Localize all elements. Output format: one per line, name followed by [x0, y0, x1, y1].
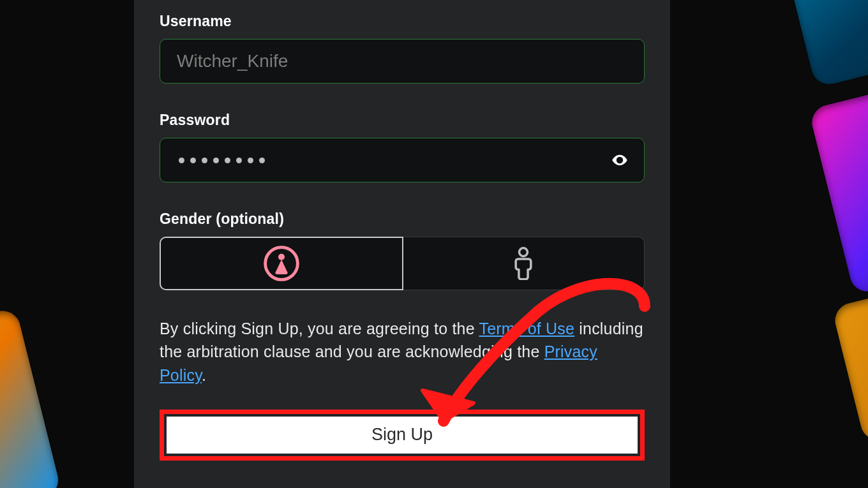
toggle-password-visibility-icon[interactable]: [609, 149, 631, 171]
svg-point-2: [278, 254, 285, 260]
signup-highlight-box: Sign Up: [160, 410, 645, 461]
password-label: Password: [160, 112, 645, 129]
female-icon: [263, 245, 300, 282]
agreement-text: By clicking Sign Up, you are agreeing to…: [160, 317, 645, 387]
svg-point-0: [618, 158, 621, 161]
username-label: Username: [160, 13, 645, 30]
signup-button[interactable]: Sign Up: [167, 417, 638, 454]
svg-point-3: [520, 248, 528, 256]
agreement-part1: By clicking Sign Up, you are agreeing to…: [160, 320, 479, 337]
username-input-wrap: [160, 39, 645, 84]
password-input[interactable]: [160, 138, 645, 182]
username-input[interactable]: [160, 39, 645, 84]
terms-of-use-link[interactable]: Terms of Use: [479, 320, 575, 337]
gender-option-female[interactable]: [160, 237, 403, 290]
gender-label: Gender (optional): [160, 211, 645, 228]
gender-selector: [160, 237, 645, 290]
bg-tile: [808, 63, 868, 295]
bg-tile: [770, 0, 868, 88]
gender-option-male[interactable]: [403, 237, 645, 290]
password-input-wrap: [160, 138, 645, 182]
male-icon: [511, 247, 536, 280]
agreement-part3: .: [202, 366, 206, 384]
bg-tile: [832, 267, 868, 443]
signup-panel: Username Password Gender (optional): [134, 0, 670, 488]
bg-tile: [0, 307, 62, 488]
